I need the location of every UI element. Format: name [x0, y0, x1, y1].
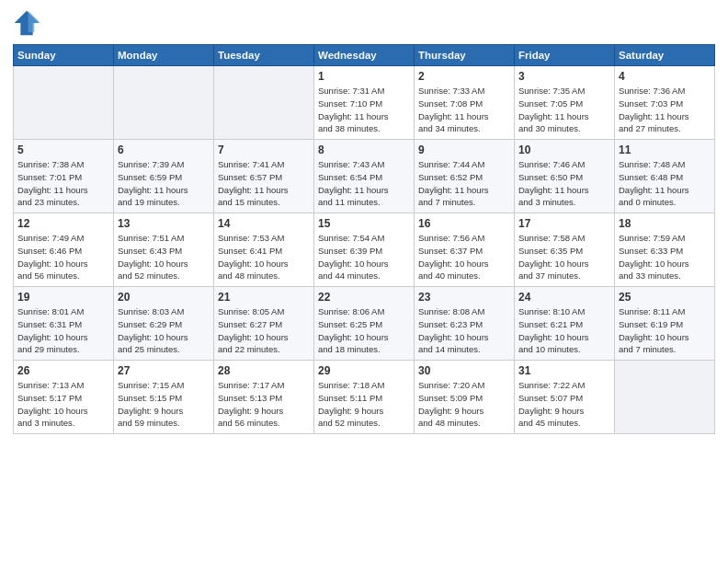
calendar-cell: 23Sunrise: 8:08 AM Sunset: 6:23 PM Dayli…: [415, 287, 515, 361]
day-info: Sunrise: 7:48 AM Sunset: 6:48 PM Dayligh…: [619, 158, 711, 209]
calendar-cell: [14, 66, 114, 140]
calendar-cell: 1Sunrise: 7:31 AM Sunset: 7:10 PM Daylig…: [314, 66, 415, 140]
day-number: 12: [17, 217, 109, 230]
calendar-cell: [114, 66, 214, 140]
day-info: Sunrise: 7:18 AM Sunset: 5:11 PM Dayligh…: [318, 379, 410, 430]
day-info: Sunrise: 7:17 AM Sunset: 5:13 PM Dayligh…: [218, 379, 310, 430]
calendar-cell: 5Sunrise: 7:38 AM Sunset: 7:01 PM Daylig…: [14, 140, 114, 213]
day-info: Sunrise: 7:22 AM Sunset: 5:07 PM Dayligh…: [518, 379, 610, 430]
day-info: Sunrise: 8:10 AM Sunset: 6:21 PM Dayligh…: [518, 305, 610, 356]
day-info: Sunrise: 7:33 AM Sunset: 7:08 PM Dayligh…: [418, 85, 510, 135]
calendar-cell: 30Sunrise: 7:20 AM Sunset: 5:09 PM Dayli…: [415, 361, 515, 434]
calendar-cell: 3Sunrise: 7:35 AM Sunset: 7:05 PM Daylig…: [515, 66, 615, 140]
calendar-cell: [615, 361, 715, 434]
day-number: 25: [619, 291, 711, 304]
day-number: 1: [318, 70, 410, 83]
day-info: Sunrise: 8:08 AM Sunset: 6:23 PM Dayligh…: [418, 305, 510, 356]
day-info: Sunrise: 7:49 AM Sunset: 6:46 PM Dayligh…: [17, 232, 109, 282]
logo-icon: [13, 9, 40, 37]
calendar-cell: 12Sunrise: 7:49 AM Sunset: 6:46 PM Dayli…: [14, 213, 114, 287]
calendar-cell: 11Sunrise: 7:48 AM Sunset: 6:48 PM Dayli…: [615, 140, 715, 213]
calendar-cell: 29Sunrise: 7:18 AM Sunset: 5:11 PM Dayli…: [314, 361, 415, 434]
day-number: 15: [318, 217, 410, 230]
day-info: Sunrise: 7:43 AM Sunset: 6:54 PM Dayligh…: [318, 158, 410, 209]
calendar-cell: [214, 66, 314, 140]
day-number: 4: [619, 70, 711, 83]
day-number: 27: [118, 364, 210, 377]
day-info: Sunrise: 7:59 AM Sunset: 6:33 PM Dayligh…: [619, 232, 711, 282]
day-number: 13: [118, 217, 210, 230]
day-info: Sunrise: 7:58 AM Sunset: 6:35 PM Dayligh…: [518, 232, 610, 282]
day-info: Sunrise: 7:46 AM Sunset: 6:50 PM Dayligh…: [518, 158, 610, 209]
day-number: 17: [518, 217, 610, 230]
calendar-cell: 21Sunrise: 8:05 AM Sunset: 6:27 PM Dayli…: [214, 287, 314, 361]
calendar-week-row: 26Sunrise: 7:13 AM Sunset: 5:17 PM Dayli…: [14, 361, 715, 434]
calendar-cell: 31Sunrise: 7:22 AM Sunset: 5:07 PM Dayli…: [515, 361, 615, 434]
weekday-header: Monday: [114, 45, 214, 66]
day-number: 5: [17, 144, 109, 156]
weekday-header: Sunday: [14, 45, 114, 66]
day-number: 30: [418, 364, 510, 377]
svg-marker-1: [28, 11, 40, 32]
day-number: 22: [318, 291, 410, 304]
calendar-cell: 9Sunrise: 7:44 AM Sunset: 6:52 PM Daylig…: [415, 140, 515, 213]
calendar-cell: 10Sunrise: 7:46 AM Sunset: 6:50 PM Dayli…: [515, 140, 615, 213]
weekday-header: Saturday: [615, 45, 715, 66]
day-number: 21: [218, 291, 310, 304]
day-info: Sunrise: 7:44 AM Sunset: 6:52 PM Dayligh…: [418, 158, 510, 209]
calendar-week-row: 19Sunrise: 8:01 AM Sunset: 6:31 PM Dayli…: [14, 287, 715, 361]
day-info: Sunrise: 8:11 AM Sunset: 6:19 PM Dayligh…: [619, 305, 711, 356]
calendar-cell: 13Sunrise: 7:51 AM Sunset: 6:43 PM Dayli…: [114, 213, 214, 287]
day-number: 31: [518, 364, 610, 377]
day-info: Sunrise: 8:06 AM Sunset: 6:25 PM Dayligh…: [318, 305, 410, 356]
day-info: Sunrise: 7:15 AM Sunset: 5:15 PM Dayligh…: [118, 379, 210, 430]
day-number: 24: [518, 291, 610, 304]
day-info: Sunrise: 8:01 AM Sunset: 6:31 PM Dayligh…: [17, 305, 109, 356]
day-info: Sunrise: 7:51 AM Sunset: 6:43 PM Dayligh…: [118, 232, 210, 282]
calendar-cell: 15Sunrise: 7:54 AM Sunset: 6:39 PM Dayli…: [314, 213, 415, 287]
day-number: 19: [17, 291, 109, 304]
weekday-header: Friday: [515, 45, 615, 66]
day-number: 16: [418, 217, 510, 230]
calendar-cell: 7Sunrise: 7:41 AM Sunset: 6:57 PM Daylig…: [214, 140, 314, 213]
day-info: Sunrise: 7:38 AM Sunset: 7:01 PM Dayligh…: [17, 158, 109, 209]
calendar-cell: 4Sunrise: 7:36 AM Sunset: 7:03 PM Daylig…: [615, 66, 715, 140]
calendar-cell: 6Sunrise: 7:39 AM Sunset: 6:59 PM Daylig…: [114, 140, 214, 213]
calendar-cell: 24Sunrise: 8:10 AM Sunset: 6:21 PM Dayli…: [515, 287, 615, 361]
calendar-cell: 28Sunrise: 7:17 AM Sunset: 5:13 PM Dayli…: [214, 361, 314, 434]
day-number: 26: [17, 364, 109, 377]
calendar-cell: 26Sunrise: 7:13 AM Sunset: 5:17 PM Dayli…: [14, 361, 114, 434]
day-number: 6: [118, 144, 210, 156]
calendar-week-row: 1Sunrise: 7:31 AM Sunset: 7:10 PM Daylig…: [14, 66, 715, 140]
day-number: 7: [218, 144, 310, 156]
day-info: Sunrise: 7:54 AM Sunset: 6:39 PM Dayligh…: [318, 232, 410, 282]
day-number: 14: [218, 217, 310, 230]
day-number: 28: [218, 364, 310, 377]
calendar-cell: 27Sunrise: 7:15 AM Sunset: 5:15 PM Dayli…: [114, 361, 214, 434]
day-number: 29: [318, 364, 410, 377]
day-info: Sunrise: 8:05 AM Sunset: 6:27 PM Dayligh…: [218, 305, 310, 356]
page-header: [13, 9, 715, 37]
weekday-header-row: SundayMondayTuesdayWednesdayThursdayFrid…: [14, 45, 715, 66]
calendar-cell: 8Sunrise: 7:43 AM Sunset: 6:54 PM Daylig…: [314, 140, 415, 213]
day-info: Sunrise: 7:41 AM Sunset: 6:57 PM Dayligh…: [218, 158, 310, 209]
day-number: 2: [418, 70, 510, 83]
day-info: Sunrise: 7:31 AM Sunset: 7:10 PM Dayligh…: [318, 85, 410, 135]
calendar-week-row: 5Sunrise: 7:38 AM Sunset: 7:01 PM Daylig…: [14, 140, 715, 213]
day-number: 23: [418, 291, 510, 304]
day-number: 8: [318, 144, 410, 156]
calendar-cell: 20Sunrise: 8:03 AM Sunset: 6:29 PM Dayli…: [114, 287, 214, 361]
calendar-cell: 16Sunrise: 7:56 AM Sunset: 6:37 PM Dayli…: [415, 213, 515, 287]
weekday-header: Thursday: [415, 45, 515, 66]
day-info: Sunrise: 7:13 AM Sunset: 5:17 PM Dayligh…: [17, 379, 109, 430]
calendar-cell: 19Sunrise: 8:01 AM Sunset: 6:31 PM Dayli…: [14, 287, 114, 361]
day-number: 11: [619, 144, 711, 156]
day-info: Sunrise: 7:35 AM Sunset: 7:05 PM Dayligh…: [518, 85, 610, 135]
day-info: Sunrise: 7:53 AM Sunset: 6:41 PM Dayligh…: [218, 232, 310, 282]
calendar-cell: 2Sunrise: 7:33 AM Sunset: 7:08 PM Daylig…: [415, 66, 515, 140]
calendar-cell: 18Sunrise: 7:59 AM Sunset: 6:33 PM Dayli…: [615, 213, 715, 287]
calendar-cell: 22Sunrise: 8:06 AM Sunset: 6:25 PM Dayli…: [314, 287, 415, 361]
calendar-table: SundayMondayTuesdayWednesdayThursdayFrid…: [13, 44, 715, 434]
calendar-cell: 25Sunrise: 8:11 AM Sunset: 6:19 PM Dayli…: [615, 287, 715, 361]
day-info: Sunrise: 7:56 AM Sunset: 6:37 PM Dayligh…: [418, 232, 510, 282]
